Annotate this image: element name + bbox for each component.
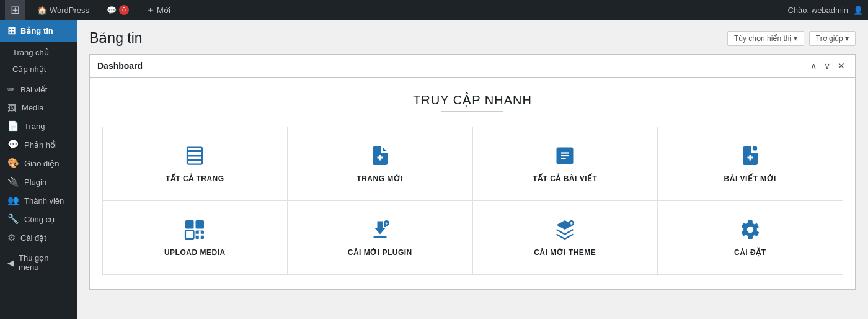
quick-label-new-page: TRANG MỚI xyxy=(356,174,403,183)
admin-bar-new[interactable]: ＋ Mới xyxy=(141,0,175,20)
sidebar-item-plugins[interactable]: 🔌 Plugin xyxy=(0,173,77,191)
sidebar-update-label: Cập nhật xyxy=(12,65,46,74)
new-page-icon xyxy=(369,145,391,167)
admin-bar: ⊞ 🏠 WordPress 💬 0 ＋ Mới Chào, webadmin 👤 xyxy=(0,0,868,20)
settings-gear-icon xyxy=(739,218,761,241)
screen-options-button[interactable]: Tùy chọn hiển thị ▾ xyxy=(727,31,804,46)
quick-item-new-plugin[interactable]: + CÀI MỚI PLUGIN xyxy=(287,200,473,275)
panel-close-button[interactable]: ✕ xyxy=(835,60,848,72)
sidebar-dashboard-label: Bảng tin xyxy=(20,26,53,35)
wp-logo[interactable]: ⊞ xyxy=(5,0,25,20)
quick-label-new-post: BÀI VIẾT MỚI xyxy=(724,174,776,183)
wp-icon: ⊞ xyxy=(11,3,20,17)
dashboard-panel: Dashboard ∧ ∨ ✕ TRUY CẬP NHANH xyxy=(89,54,856,290)
sidebar-posts-label: Bài viết xyxy=(20,85,47,94)
quick-item-all-pages[interactable]: TẤT CẢ TRANG xyxy=(102,127,288,201)
admin-bar-site[interactable]: 🏠 WordPress xyxy=(32,0,94,20)
svg-text:+: + xyxy=(753,146,756,152)
quick-label-all-posts: TẤT CẢ BÀI VIẾT xyxy=(533,174,597,183)
appearance-icon: 🎨 xyxy=(7,158,19,169)
sidebar-item-tools[interactable]: 🔧 Công cụ xyxy=(0,210,77,228)
sidebar-item-posts[interactable]: ✏ Bài viết xyxy=(0,80,77,99)
quick-item-settings[interactable]: CÀI ĐẶT xyxy=(657,200,843,275)
sidebar-item-users[interactable]: 👥 Thành viên xyxy=(0,191,77,210)
quick-item-upload-media[interactable]: UPLOAD MEDIA xyxy=(102,200,288,275)
toolbar-right: Tùy chọn hiển thị ▾ Trợ giúp ▾ xyxy=(727,31,856,46)
plugin-icon: 🔌 xyxy=(7,176,19,187)
quick-label-new-plugin: CÀI MỚI PLUGIN xyxy=(348,248,412,257)
sidebar-item-settings[interactable]: ⚙ Cài đặt xyxy=(0,228,77,247)
sidebar-settings-label: Cài đặt xyxy=(20,233,46,243)
sidebar-media-label: Media xyxy=(22,103,43,112)
panel-collapse-down-button[interactable]: ∨ xyxy=(822,60,833,72)
sidebar-dashboard[interactable]: ⊞ Bảng tin xyxy=(0,20,77,42)
admin-greeting: Chào, webadmin xyxy=(787,6,848,15)
new-label: Mới xyxy=(157,6,170,15)
pages-list-icon xyxy=(184,145,206,167)
collapse-label: Thu gọn menu xyxy=(19,253,69,272)
quick-access-grid: TẤT CẢ TRANG TRANG MỚI xyxy=(102,127,843,274)
new-plugin-icon: + xyxy=(369,218,391,241)
pages-icon: 📄 xyxy=(7,120,19,132)
sidebar-item-appearance[interactable]: 🎨 Giao diện xyxy=(0,154,77,173)
site-icon: 🏠 xyxy=(37,6,47,15)
panel-collapse-up-button[interactable]: ∧ xyxy=(808,60,819,72)
panel-body: TRUY CẬP NHANH TẤT CẢ TRANG xyxy=(90,78,855,289)
sidebar-plugins-label: Plugin xyxy=(24,177,46,187)
panel-header: Dashboard ∧ ∨ ✕ xyxy=(90,55,855,78)
site-name: WordPress xyxy=(50,6,89,15)
tools-icon: 🔧 xyxy=(7,213,19,225)
sidebar-collapse[interactable]: ◀ Thu gọn menu xyxy=(0,249,77,276)
sidebar-item-update[interactable]: Cập nhật xyxy=(0,61,77,78)
admin-bar-comments[interactable]: 💬 0 xyxy=(102,0,134,20)
help-button[interactable]: Trợ giúp ▾ xyxy=(809,31,856,46)
sidebar-appearance-label: Giao diện xyxy=(24,159,59,168)
admin-avatar: 👤 xyxy=(853,6,863,15)
page-title: Bảng tin xyxy=(89,30,143,47)
quick-item-new-page[interactable]: TRANG MỚI xyxy=(287,127,473,201)
quick-access-title: TRUY CẬP NHANH xyxy=(102,92,843,107)
sidebar-item-media[interactable]: 🖼 Media xyxy=(0,99,77,117)
sidebar-item-home[interactable]: Trang chủ xyxy=(0,44,77,61)
comments-icon: 💬 xyxy=(7,139,19,150)
sidebar-tools-label: Công cụ xyxy=(24,215,55,224)
posts-icon: ✏ xyxy=(7,84,16,95)
users-icon: 👥 xyxy=(7,195,19,206)
new-theme-icon xyxy=(554,218,576,241)
quick-label-settings: CÀI ĐẶT xyxy=(734,248,766,257)
quick-access-divider xyxy=(441,111,503,112)
panel-controls: ∧ ∨ ✕ xyxy=(808,60,848,72)
quick-label-all-pages: TẤT CẢ TRANG xyxy=(166,174,224,183)
dashboard-icon: ⊞ xyxy=(7,25,16,37)
media-icon: 🖼 xyxy=(7,102,17,113)
new-post-icon: + xyxy=(739,145,761,167)
comment-count: 0 xyxy=(119,5,129,15)
panel-title: Dashboard xyxy=(97,61,143,71)
sidebar-item-comments[interactable]: 💬 Phản hồi xyxy=(0,135,77,154)
content-toolbar: Bảng tin Tùy chọn hiển thị ▾ Trợ giúp ▾ xyxy=(89,30,856,47)
quick-label-upload-media: UPLOAD MEDIA xyxy=(164,248,226,257)
sidebar-pages-label: Trang xyxy=(24,122,45,131)
svg-rect-11 xyxy=(196,220,205,229)
sidebar-item-pages[interactable]: 📄 Trang xyxy=(0,117,77,135)
quick-label-new-theme: CÀI MỚI THEME xyxy=(534,248,596,257)
sidebar: ⊞ Bảng tin Trang chủ Cập nhật ✏ Bài viết… xyxy=(0,20,77,319)
quick-item-new-post[interactable]: + BÀI VIẾT MỚI xyxy=(657,127,843,201)
sidebar-comments-label: Phản hồi xyxy=(24,140,57,150)
all-posts-icon xyxy=(554,145,576,167)
settings-icon: ⚙ xyxy=(7,232,16,243)
quick-item-new-theme[interactable]: CÀI MỚI THEME xyxy=(472,200,658,275)
quick-item-all-posts[interactable]: TẤT CẢ BÀI VIẾT xyxy=(472,127,658,201)
comment-icon: 💬 xyxy=(107,6,117,15)
collapse-icon: ◀ xyxy=(7,258,14,267)
sidebar-users-label: Thành viên xyxy=(24,196,64,205)
svg-rect-10 xyxy=(185,220,194,229)
sidebar-home-label: Trang chủ xyxy=(12,48,49,57)
svg-text:+: + xyxy=(385,221,388,227)
plus-icon: ＋ xyxy=(146,4,154,16)
upload-media-icon xyxy=(184,218,206,241)
main-content: Bảng tin Tùy chọn hiển thị ▾ Trợ giúp ▾ … xyxy=(77,20,868,319)
svg-rect-12 xyxy=(185,230,194,239)
